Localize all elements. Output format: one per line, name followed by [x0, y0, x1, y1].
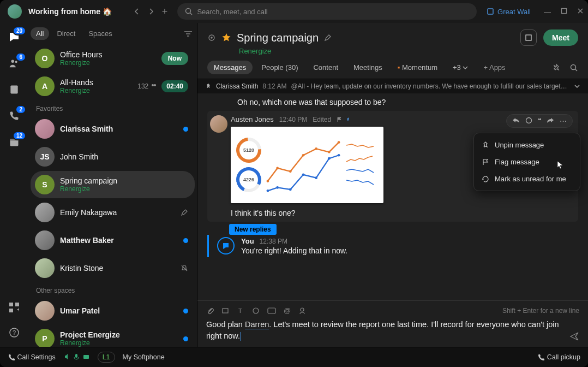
person-avatar: JS	[35, 147, 55, 167]
mention-icon[interactable]: @	[284, 306, 291, 315]
meet-button[interactable]: Meet	[543, 29, 578, 46]
titlebar: Working from home 🏠 + Search, meet, and …	[0, 0, 588, 23]
rail-apps-icon[interactable]: +	[7, 300, 22, 315]
search-input[interactable]: Search, meet, and call	[177, 3, 477, 20]
svg-text:T: T	[238, 307, 242, 314]
pinned-messages-bar[interactable]: Clarissa Smith 8:12 AM @All - Hey team, …	[197, 79, 588, 93]
window-maximize-icon[interactable]	[561, 8, 567, 16]
window-close-icon[interactable]	[577, 8, 584, 16]
tab-people[interactable]: People (30)	[255, 61, 304, 74]
svg-point-5	[15, 61, 17, 63]
chevron-down-icon[interactable]	[574, 84, 580, 89]
svg-rect-3	[562, 8, 567, 13]
emoji-icon[interactable]	[252, 307, 260, 315]
rail-chat-icon[interactable]: 20	[7, 29, 22, 45]
svg-point-23	[571, 64, 576, 69]
svg-rect-45	[75, 354, 77, 358]
menu-unpin[interactable]: Unpin message	[474, 137, 580, 153]
message-pinned[interactable]: Austen Jones 12:40 PM Edited 5120	[207, 111, 578, 222]
tab-spaces[interactable]: Spaces	[83, 27, 117, 40]
pin-list-icon[interactable]	[553, 63, 562, 72]
sidebar-item-emily[interactable]: Emily Nakagawa	[31, 199, 195, 226]
sidebar-item-matthew[interactable]: Matthew Baker	[31, 227, 195, 254]
filter-icon[interactable]	[184, 30, 193, 38]
donut-chart: 5120	[231, 133, 267, 168]
add-apps-button[interactable]: + Apps	[477, 61, 512, 74]
svg-point-29	[315, 147, 317, 150]
tab-more[interactable]: +3	[446, 61, 475, 74]
sidebar-item-clarissa[interactable]: Clarissa Smith	[31, 115, 195, 143]
section-other: Other spaces	[28, 282, 197, 297]
footer-bar: Call Settings L1 My Softphone Call picku…	[0, 347, 588, 367]
tab-messages[interactable]: Messages	[207, 61, 253, 74]
person-avatar	[210, 115, 227, 133]
sidebar-item-office-hours[interactable]: O Office Hours Renergize Now	[31, 45, 195, 72]
sidebar-item-john[interactable]: JS John Smith	[31, 143, 195, 170]
nav-add-icon[interactable]: +	[162, 8, 168, 15]
window-minimize-icon[interactable]: —	[544, 8, 551, 16]
edit-icon[interactable]	[324, 34, 332, 42]
rail-teams-icon[interactable]: 6	[7, 56, 22, 71]
softphone-selector[interactable]: L1	[98, 352, 115, 363]
menu-mark-unread[interactable]: Mark as unread for me	[474, 170, 580, 187]
send-icon[interactable]	[569, 332, 579, 341]
tab-direct[interactable]: Direct	[51, 27, 81, 40]
audio-devices-icons[interactable]	[63, 353, 90, 362]
forward-icon[interactable]	[547, 117, 554, 125]
attach-icon[interactable]	[206, 307, 214, 315]
sidebar-item-spring-campaign[interactable]: S Spring campaign Renergize	[31, 171, 195, 198]
screenshot-icon[interactable]	[221, 307, 229, 315]
org-switcher[interactable]: Great Wall	[487, 8, 531, 16]
svg-point-31	[338, 141, 340, 144]
rail-phone-icon[interactable]: 2	[7, 108, 22, 123]
search-in-space-icon[interactable]	[569, 63, 578, 72]
svg-rect-9	[9, 303, 13, 306]
quote-icon[interactable]: ❝	[538, 117, 541, 125]
nav-forward-icon[interactable]	[148, 8, 154, 15]
flag-icon	[337, 117, 342, 122]
composer-input[interactable]: Good plan Darren. Let's meet to review t…	[206, 317, 579, 341]
now-badge: Now	[161, 52, 188, 65]
rail-contacts-icon[interactable]	[7, 82, 22, 97]
sidebar-item-umar[interactable]: Umar Patel	[31, 297, 195, 324]
settings-icon[interactable]	[207, 33, 216, 42]
svg-point-0	[186, 9, 191, 14]
sidebar-item-project-energize[interactable]: P Project Energize Renergize	[31, 325, 195, 347]
tab-momentum[interactable]: ▪ Momentum	[391, 61, 444, 74]
menu-flag[interactable]: Flag message	[474, 153, 580, 170]
rail-help-icon[interactable]: ?	[7, 325, 22, 340]
section-favorites: Favorites	[28, 100, 197, 115]
new-replies-badge[interactable]: New replies	[229, 224, 277, 235]
sidebar-item-all-hands[interactable]: A All-Hands Renergize 132 02:40	[31, 73, 195, 100]
nav-back-icon[interactable]	[134, 8, 140, 15]
format-icon[interactable]: T	[237, 307, 244, 315]
reply-icon[interactable]	[512, 117, 520, 125]
pin-icon	[205, 83, 212, 90]
call-pickup-button[interactable]: Call pickup	[537, 353, 580, 362]
svg-text:?: ?	[13, 329, 16, 336]
svg-point-30	[328, 151, 331, 153]
tab-content[interactable]: Content	[307, 61, 345, 74]
person-avatar	[35, 258, 55, 278]
user-avatar[interactable]	[8, 4, 22, 19]
call-settings-button[interactable]: Call Settings	[8, 353, 56, 362]
message: Oh no, which one was that supposed to be…	[207, 97, 578, 109]
tab-meetings[interactable]: Meetings	[347, 61, 389, 74]
svg-line-24	[575, 69, 578, 71]
rail-calendar-icon[interactable]: 12	[7, 134, 22, 150]
sidebar-item-kristin[interactable]: Kristin Stone	[31, 254, 195, 282]
tab-all[interactable]: All	[31, 27, 49, 40]
chart-attachment[interactable]: 5120 4226	[231, 127, 383, 203]
react-icon[interactable]	[525, 117, 532, 125]
bitmoji-icon[interactable]	[298, 307, 306, 315]
mention-token[interactable]: Darren	[245, 320, 269, 329]
star-icon[interactable]	[221, 33, 231, 43]
svg-point-33	[276, 186, 279, 189]
unread-dot	[183, 238, 188, 243]
more-icon[interactable]: ⋯	[560, 117, 567, 125]
gif-icon[interactable]	[267, 307, 276, 314]
svg-point-38	[338, 154, 340, 157]
composer-hint: Shift + Enter for a new line	[502, 307, 579, 315]
status-text[interactable]: Working from home 🏠	[28, 7, 112, 16]
expand-icon[interactable]	[520, 29, 537, 46]
